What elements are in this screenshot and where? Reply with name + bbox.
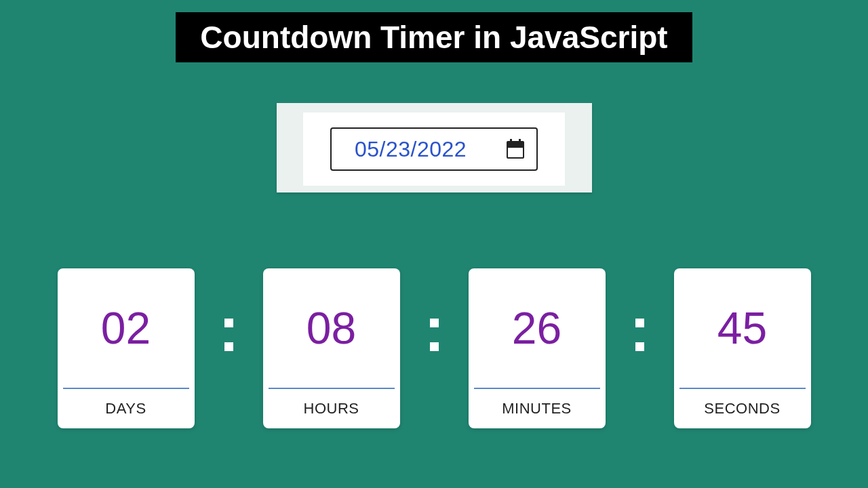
minutes-box: 26 MINUTES <box>469 268 606 428</box>
colon-separator <box>430 319 439 351</box>
days-label: DAYS <box>58 389 195 428</box>
minutes-value: 26 <box>469 268 606 388</box>
page-title: Countdown Timer in JavaScript <box>176 12 692 62</box>
days-value: 02 <box>58 268 195 388</box>
date-panel: 05/23/2022 <box>303 113 565 186</box>
date-input[interactable]: 05/23/2022 <box>330 127 538 171</box>
hours-box: 08 HOURS <box>263 268 400 428</box>
seconds-label: SECONDS <box>674 389 811 428</box>
countdown-row: 02 DAYS 08 HOURS 26 MINUTES 45 SECONDS <box>0 268 868 428</box>
hours-label: HOURS <box>263 389 400 428</box>
date-panel-outer: 05/23/2022 <box>277 103 592 192</box>
minutes-label: MINUTES <box>469 389 606 428</box>
calendar-icon[interactable] <box>507 140 524 159</box>
seconds-box: 45 SECONDS <box>674 268 811 428</box>
hours-value: 08 <box>263 268 400 388</box>
colon-separator <box>224 319 233 351</box>
days-box: 02 DAYS <box>58 268 195 428</box>
colon-separator <box>635 319 644 351</box>
seconds-value: 45 <box>674 268 811 388</box>
date-value: 05/23/2022 <box>355 137 467 162</box>
